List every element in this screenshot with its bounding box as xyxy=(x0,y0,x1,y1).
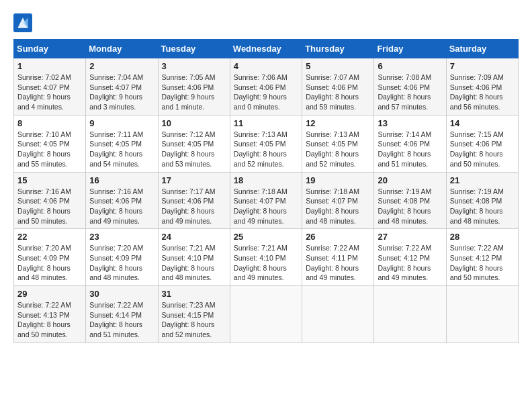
day-number: 18 xyxy=(234,175,298,185)
day-info: Sunrise: 7:16 AMSunset: 4:06 PMDaylight:… xyxy=(17,187,82,226)
day-cell-4: 4Sunrise: 7:06 AMSunset: 4:06 PMDaylight… xyxy=(230,58,302,116)
day-number: 11 xyxy=(234,118,298,128)
day-cell-11: 11Sunrise: 7:13 AMSunset: 4:05 PMDayligh… xyxy=(230,115,302,172)
day-number: 2 xyxy=(89,61,154,71)
day-cell-9: 9Sunrise: 7:11 AMSunset: 4:05 PMDaylight… xyxy=(86,115,158,172)
day-cell-31: 31Sunrise: 7:23 AMSunset: 4:15 PMDayligh… xyxy=(158,286,230,343)
header-day-monday: Monday xyxy=(86,40,158,58)
day-info: Sunrise: 7:10 AMSunset: 4:05 PMDaylight:… xyxy=(17,130,82,169)
day-cell-7: 7Sunrise: 7:09 AMSunset: 4:06 PMDaylight… xyxy=(446,58,518,116)
day-number: 16 xyxy=(89,175,154,185)
day-number: 29 xyxy=(17,289,82,299)
day-number: 4 xyxy=(234,61,298,71)
day-cell-10: 10Sunrise: 7:12 AMSunset: 4:05 PMDayligh… xyxy=(158,115,230,172)
day-number: 24 xyxy=(162,232,226,242)
day-info: Sunrise: 7:09 AMSunset: 4:06 PMDaylight:… xyxy=(450,73,515,112)
day-cell-16: 16Sunrise: 7:16 AMSunset: 4:06 PMDayligh… xyxy=(86,172,158,229)
day-number: 10 xyxy=(162,118,226,128)
empty-cell xyxy=(230,286,302,343)
day-cell-27: 27Sunrise: 7:22 AMSunset: 4:12 PMDayligh… xyxy=(374,229,446,286)
day-cell-19: 19Sunrise: 7:18 AMSunset: 4:07 PMDayligh… xyxy=(302,172,374,229)
day-info: Sunrise: 7:18 AMSunset: 4:07 PMDaylight:… xyxy=(306,187,370,226)
day-cell-25: 25Sunrise: 7:21 AMSunset: 4:10 PMDayligh… xyxy=(230,229,302,286)
day-info: Sunrise: 7:04 AMSunset: 4:07 PMDaylight:… xyxy=(89,73,154,112)
day-info: Sunrise: 7:02 AMSunset: 4:07 PMDaylight:… xyxy=(17,73,82,112)
day-number: 23 xyxy=(89,232,154,242)
day-cell-13: 13Sunrise: 7:14 AMSunset: 4:06 PMDayligh… xyxy=(374,115,446,172)
day-cell-29: 29Sunrise: 7:22 AMSunset: 4:13 PMDayligh… xyxy=(14,286,86,343)
day-number: 17 xyxy=(162,175,226,185)
day-number: 7 xyxy=(450,61,515,71)
day-cell-22: 22Sunrise: 7:20 AMSunset: 4:09 PMDayligh… xyxy=(14,229,86,286)
day-number: 15 xyxy=(17,175,82,185)
day-cell-20: 20Sunrise: 7:19 AMSunset: 4:08 PMDayligh… xyxy=(374,172,446,229)
day-info: Sunrise: 7:13 AMSunset: 4:05 PMDaylight:… xyxy=(234,130,298,169)
day-cell-2: 2Sunrise: 7:04 AMSunset: 4:07 PMDaylight… xyxy=(86,58,158,116)
header-day-saturday: Saturday xyxy=(446,40,518,58)
day-number: 13 xyxy=(378,118,442,128)
calendar-table: SundayMondayTuesdayWednesdayThursdayFrid… xyxy=(13,39,519,343)
day-number: 6 xyxy=(378,61,442,71)
day-info: Sunrise: 7:18 AMSunset: 4:07 PMDaylight:… xyxy=(234,187,298,226)
day-cell-26: 26Sunrise: 7:22 AMSunset: 4:11 PMDayligh… xyxy=(302,229,374,286)
day-info: Sunrise: 7:22 AMSunset: 4:14 PMDaylight:… xyxy=(89,300,154,340)
day-cell-15: 15Sunrise: 7:16 AMSunset: 4:06 PMDayligh… xyxy=(14,172,86,229)
day-number: 12 xyxy=(306,118,370,128)
day-number: 1 xyxy=(17,61,82,71)
day-info: Sunrise: 7:11 AMSunset: 4:05 PMDaylight:… xyxy=(89,130,154,169)
day-number: 8 xyxy=(17,118,82,128)
day-cell-1: 1Sunrise: 7:02 AMSunset: 4:07 PMDaylight… xyxy=(14,58,86,116)
day-cell-17: 17Sunrise: 7:17 AMSunset: 4:06 PMDayligh… xyxy=(158,172,230,229)
day-number: 21 xyxy=(450,175,515,185)
day-info: Sunrise: 7:19 AMSunset: 4:08 PMDaylight:… xyxy=(378,187,442,226)
empty-cell xyxy=(446,286,518,343)
week-row-1: 1Sunrise: 7:02 AMSunset: 4:07 PMDaylight… xyxy=(14,58,519,116)
day-info: Sunrise: 7:21 AMSunset: 4:10 PMDaylight:… xyxy=(234,243,298,283)
day-info: Sunrise: 7:23 AMSunset: 4:15 PMDaylight:… xyxy=(162,300,226,340)
header-day-wednesday: Wednesday xyxy=(230,40,302,58)
day-info: Sunrise: 7:06 AMSunset: 4:06 PMDaylight:… xyxy=(234,73,298,112)
day-info: Sunrise: 7:22 AMSunset: 4:13 PMDaylight:… xyxy=(17,300,82,340)
day-number: 27 xyxy=(378,232,442,242)
day-cell-8: 8Sunrise: 7:10 AMSunset: 4:05 PMDaylight… xyxy=(14,115,86,172)
day-info: Sunrise: 7:12 AMSunset: 4:05 PMDaylight:… xyxy=(162,130,226,169)
day-info: Sunrise: 7:19 AMSunset: 4:08 PMDaylight:… xyxy=(450,187,515,226)
day-number: 22 xyxy=(17,232,82,242)
day-cell-18: 18Sunrise: 7:18 AMSunset: 4:07 PMDayligh… xyxy=(230,172,302,229)
day-number: 28 xyxy=(450,232,515,242)
day-number: 9 xyxy=(89,118,154,128)
day-info: Sunrise: 7:14 AMSunset: 4:06 PMDaylight:… xyxy=(378,130,442,169)
logo xyxy=(13,13,36,32)
day-info: Sunrise: 7:21 AMSunset: 4:10 PMDaylight:… xyxy=(162,243,226,283)
day-number: 30 xyxy=(89,289,154,299)
day-number: 31 xyxy=(162,289,226,299)
day-cell-12: 12Sunrise: 7:13 AMSunset: 4:05 PMDayligh… xyxy=(302,115,374,172)
day-cell-6: 6Sunrise: 7:08 AMSunset: 4:06 PMDaylight… xyxy=(374,58,446,116)
week-row-2: 8Sunrise: 7:10 AMSunset: 4:05 PMDaylight… xyxy=(14,115,519,172)
empty-cell xyxy=(302,286,374,343)
calendar-body: 1Sunrise: 7:02 AMSunset: 4:07 PMDaylight… xyxy=(14,58,519,343)
day-cell-23: 23Sunrise: 7:20 AMSunset: 4:09 PMDayligh… xyxy=(86,229,158,286)
header-day-thursday: Thursday xyxy=(302,40,374,58)
calendar-header: SundayMondayTuesdayWednesdayThursdayFrid… xyxy=(14,40,519,58)
day-number: 3 xyxy=(162,61,226,71)
day-number: 20 xyxy=(378,175,442,185)
day-info: Sunrise: 7:07 AMSunset: 4:06 PMDaylight:… xyxy=(306,73,370,112)
day-cell-28: 28Sunrise: 7:22 AMSunset: 4:12 PMDayligh… xyxy=(446,229,518,286)
day-cell-21: 21Sunrise: 7:19 AMSunset: 4:08 PMDayligh… xyxy=(446,172,518,229)
day-number: 14 xyxy=(450,118,515,128)
page-header xyxy=(13,13,519,32)
day-info: Sunrise: 7:20 AMSunset: 4:09 PMDaylight:… xyxy=(17,243,82,283)
header-day-sunday: Sunday xyxy=(14,40,86,58)
day-info: Sunrise: 7:20 AMSunset: 4:09 PMDaylight:… xyxy=(89,243,154,283)
day-info: Sunrise: 7:08 AMSunset: 4:06 PMDaylight:… xyxy=(378,73,442,112)
day-cell-14: 14Sunrise: 7:15 AMSunset: 4:06 PMDayligh… xyxy=(446,115,518,172)
header-day-tuesday: Tuesday xyxy=(158,40,230,58)
day-cell-3: 3Sunrise: 7:05 AMSunset: 4:06 PMDaylight… xyxy=(158,58,230,116)
header-row: SundayMondayTuesdayWednesdayThursdayFrid… xyxy=(14,40,519,58)
day-number: 26 xyxy=(306,232,370,242)
day-info: Sunrise: 7:15 AMSunset: 4:06 PMDaylight:… xyxy=(450,130,515,169)
day-number: 5 xyxy=(306,61,370,71)
day-info: Sunrise: 7:05 AMSunset: 4:06 PMDaylight:… xyxy=(162,73,226,112)
day-info: Sunrise: 7:22 AMSunset: 4:11 PMDaylight:… xyxy=(306,243,370,283)
